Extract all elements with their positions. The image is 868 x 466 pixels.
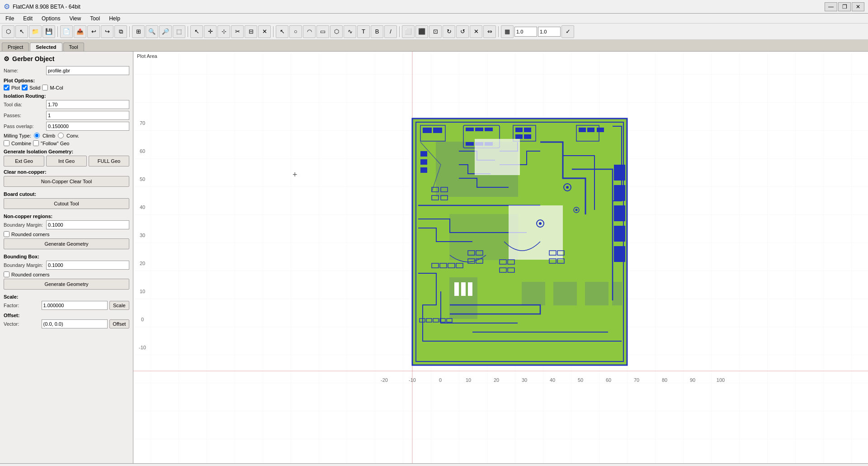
svg-rect-35 [485, 128, 493, 131]
name-input[interactable] [46, 66, 129, 75]
arc-button[interactable]: ◠ [303, 25, 316, 38]
select-button[interactable]: ↖ [276, 25, 288, 38]
cursor-button[interactable]: ↖ [15, 25, 28, 38]
path-button[interactable]: ∿ [344, 25, 356, 38]
combine-checkbox[interactable] [4, 140, 9, 146]
delete2-button[interactable]: ✕ [470, 25, 482, 38]
ungroup-button[interactable]: ⬛ [415, 25, 428, 38]
bb-generate-geometry-button[interactable]: Generate Geometry [4, 279, 129, 290]
grid-y-input[interactable] [538, 27, 561, 37]
nc-boundary-input[interactable] [46, 220, 129, 229]
minimize-button[interactable]: — [825, 2, 837, 11]
scale-header: Scale: [4, 294, 129, 300]
tab-selected[interactable]: Selected [30, 43, 62, 51]
circle-button[interactable]: ○ [289, 25, 302, 38]
mcol-checkbox[interactable] [42, 85, 48, 90]
svg-rect-30 [423, 128, 432, 133]
pass-overlap-input[interactable] [46, 122, 129, 131]
non-copper-clear-tool-button[interactable]: Non-Copper Clear Tool [4, 176, 129, 187]
menu-edit[interactable]: Edit [19, 14, 36, 23]
tab-tool[interactable]: Tool [63, 43, 84, 51]
full-geo-button[interactable]: FULL Geo [89, 156, 129, 166]
svg-point-94 [566, 186, 569, 189]
rect-button[interactable]: ▭ [316, 25, 329, 38]
plot-checkbox[interactable] [4, 85, 9, 90]
export-button[interactable]: 📤 [74, 25, 86, 38]
menu-options[interactable]: Options [38, 14, 64, 23]
ext-geo-button[interactable]: Ext Geo [4, 156, 44, 166]
rotate-cw-button[interactable]: ↻ [443, 25, 455, 38]
transform-button[interactable]: ⊹ [217, 25, 230, 38]
poly-button[interactable]: ⬡ [330, 25, 343, 38]
delete-button[interactable]: ✕ [258, 25, 271, 38]
offset-vector-input[interactable] [42, 319, 108, 328]
group-button[interactable]: ⬜ [402, 25, 415, 38]
follow-geo-checkbox[interactable] [33, 140, 39, 146]
open-button[interactable]: 📁 [29, 25, 42, 38]
svg-rect-82 [461, 282, 466, 296]
paint-button[interactable]: / [384, 25, 397, 38]
zoom-select-button[interactable]: ⬚ [173, 25, 185, 38]
restore-button[interactable]: ❐ [838, 2, 851, 11]
text-button[interactable]: T [357, 25, 370, 38]
svg-text:70: 70 [140, 120, 145, 126]
tab-project[interactable]: Project [2, 43, 29, 51]
nc-rounded-checkbox[interactable] [4, 231, 9, 237]
import-button[interactable]: 📄 [60, 25, 73, 38]
save-button[interactable]: 💾 [42, 25, 55, 38]
move-button[interactable]: ✛ [204, 25, 217, 38]
mirror-button[interactable]: ⇔ [483, 25, 496, 38]
cutout-tool-button[interactable]: Cutout Tool [4, 198, 129, 209]
bb-rounded-checkbox[interactable] [4, 271, 9, 277]
svg-rect-85 [554, 282, 576, 305]
svg-rect-55 [614, 205, 625, 221]
grid-toggle-button[interactable]: ▦ [501, 25, 514, 38]
scale-factor-input[interactable] [42, 301, 108, 310]
cut-button[interactable]: ✂ [231, 25, 244, 38]
bb-rounded-label: Rounded corners [11, 272, 49, 277]
menu-file[interactable]: File [2, 14, 18, 23]
separator1 [57, 26, 58, 37]
new-button[interactable]: ⬡ [2, 25, 14, 38]
board-cutout-header: Board cutout: [4, 191, 129, 197]
solid-label: Solid [29, 85, 40, 90]
undo-button[interactable]: ↩ [87, 25, 100, 38]
svg-text:20: 20 [494, 377, 499, 383]
bb-boundary-input[interactable] [46, 261, 129, 270]
snap-button[interactable]: ⊡ [429, 25, 442, 38]
svg-rect-41 [524, 128, 531, 132]
menu-view[interactable]: View [66, 14, 85, 23]
svg-rect-43 [524, 134, 531, 139]
menu-tool[interactable]: Tool [86, 14, 104, 23]
zoom-in-button[interactable]: 🔍 [146, 25, 158, 38]
rotate-ccw-button[interactable]: ↺ [456, 25, 469, 38]
offset-vector-label: Vector: [4, 321, 40, 327]
tool-dia-input[interactable] [46, 100, 129, 109]
solid-checkbox[interactable] [22, 85, 28, 90]
menu-help[interactable]: Help [105, 14, 124, 23]
svg-rect-31 [433, 128, 442, 133]
titlebar-controls[interactable]: — ❐ ✕ [825, 2, 864, 11]
conv-radio[interactable] [58, 133, 64, 138]
zoom-fit-button[interactable]: ⊞ [132, 25, 145, 38]
svg-text:+: + [292, 170, 297, 179]
scale-button[interactable]: Scale [109, 301, 129, 310]
plot-area[interactable]: Plot Area + 70 60 50 40 30 20 [133, 52, 868, 463]
grid-x-input[interactable] [514, 27, 537, 37]
zoom-out-button[interactable]: 🔎 [159, 25, 172, 38]
copy-button[interactable]: ⧉ [114, 25, 127, 38]
grid-check-button[interactable]: ✓ [561, 25, 574, 38]
offset-button[interactable]: Offset [109, 319, 129, 328]
int-geo-button[interactable]: Int Geo [46, 156, 87, 166]
align-button[interactable]: ⊟ [245, 25, 257, 38]
menubar: File Edit Options View Tool Help [0, 14, 868, 24]
pointer-button[interactable]: ↖ [190, 25, 203, 38]
passes-input[interactable] [46, 111, 129, 120]
passes-row: Passes: [4, 111, 129, 120]
bold-button[interactable]: B [371, 25, 383, 38]
climb-radio[interactable] [34, 133, 40, 138]
close-button[interactable]: ✕ [852, 2, 864, 11]
svg-text:-20: -20 [381, 377, 388, 383]
redo-button[interactable]: ↪ [101, 25, 113, 38]
nc-generate-geometry-button[interactable]: Generate Geometry [4, 238, 129, 249]
